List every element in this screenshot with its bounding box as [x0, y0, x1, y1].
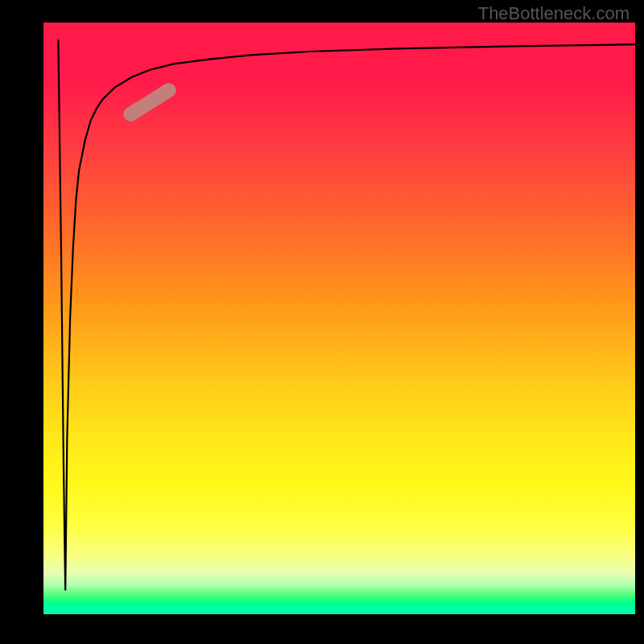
watermark-text: TheBottleneck.com	[478, 3, 630, 24]
chart-plot-area	[43, 23, 635, 614]
